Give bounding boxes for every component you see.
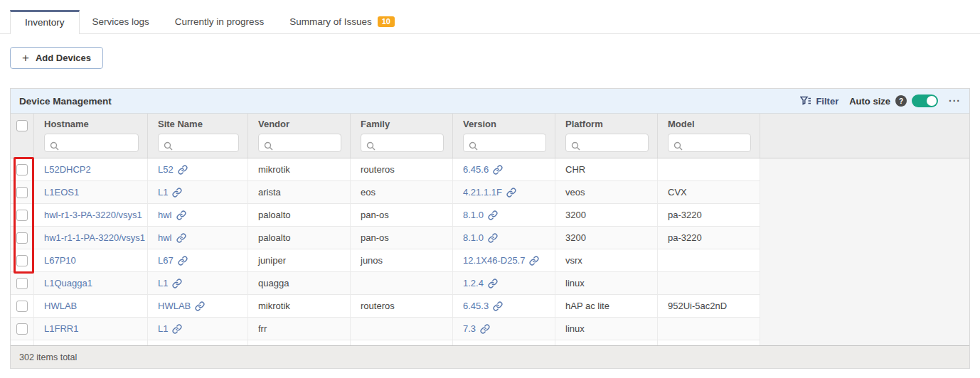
row-checkbox[interactable] [16,301,28,312]
link-icon [488,279,498,288]
version-link[interactable]: 6.45.3 [463,301,503,311]
table-row: L1FRR1 L1 frr 7.3 linux [11,318,969,340]
model-cell: 952Ui-5ac2nD [658,295,760,318]
row-checkbox[interactable] [16,187,28,198]
version-link[interactable]: 4.21.1.1F [463,187,516,198]
site-link[interactable]: L1 [158,278,182,288]
row-checkbox[interactable] [16,255,28,266]
more-menu-button[interactable]: ··· [949,95,961,107]
filter-button[interactable]: Filter [800,96,838,107]
hostname-link[interactable]: hw1-r1-1-PA-3220/vsys1 [44,232,145,243]
row-filler [760,227,969,249]
vendor-cell: quagga [248,272,351,295]
row-checkbox[interactable] [16,232,28,244]
search-icon [264,141,273,151]
site-link[interactable]: hwl [158,232,186,243]
version-link[interactable]: 8.1.0 [463,210,498,220]
search-icon [366,141,376,151]
tab-summary-of-issues[interactable]: Summary of Issues10 [277,10,408,34]
column-hostname: Hostname [34,114,148,158]
filter-label: Filter [816,96,838,107]
row-filler [760,295,969,318]
version-link[interactable]: 7.3 [463,323,490,334]
link-icon [178,256,188,266]
link-icon [488,233,498,243]
help-icon[interactable]: ? [895,95,907,107]
version-link[interactable]: 12.1X46-D25.7 [463,255,539,266]
autosize-toggle[interactable] [912,94,938,107]
family-cell: eos [351,181,453,204]
column-site-name: Site Name [148,114,248,158]
vendor-cell: juniper [248,249,351,272]
row-checkbox[interactable] [16,278,28,289]
hostname-link[interactable]: L1EOS1 [44,187,79,198]
row-checkbox[interactable] [16,210,28,221]
header-filler [760,114,969,158]
row-checkbox[interactable] [16,323,28,335]
table-row: hwl-r1-3-PA-3220/vsys1 hwl paloalto pan-… [11,204,969,227]
add-devices-button[interactable]: + Add Devices [10,47,103,69]
hostname-link[interactable]: L1Quagga1 [44,278,92,288]
site-link[interactable]: L52 [158,164,188,175]
column-version: Version [453,114,555,158]
platform-cell: vsrx [555,249,658,272]
site-link[interactable]: L67 [158,255,188,266]
platform-cell: veos [555,181,658,204]
table-row: L67P10 L67 juniper junos 12.1X46-D25.7 v… [11,249,969,272]
site-link[interactable]: L1 [158,187,182,198]
table-row: HWLAB HWLAB mikrotik routeros 6.45.3 hAP… [11,295,969,318]
site-link[interactable]: L1 [158,323,182,334]
hostname-link[interactable]: hwl-r1-3-PA-3220/vsys1 [44,210,142,220]
toggle-knob [927,96,937,106]
hostname-link[interactable]: L67P10 [44,255,76,266]
search-icon [673,141,683,151]
vendor-cell: paloalto [248,204,351,227]
link-icon [172,279,182,288]
table-footer: 302 items total [11,345,969,368]
search-icon [50,141,59,151]
hostname-link[interactable]: L52DHCP2 [44,164,91,175]
site-link[interactable]: hwl [158,210,186,220]
row-filler [760,249,969,272]
version-link[interactable]: 1.2.4 [463,278,498,288]
model-cell: CVX [658,181,760,204]
vendor-cell: mikrotik [248,295,351,318]
plus-icon: + [22,52,29,64]
panel-header: Device Management Filter Auto size ? ··· [11,89,969,114]
tab-currently-in-progress[interactable]: Currently in progress [162,10,277,34]
family-cell: routeros [351,158,453,181]
items-total-label: 302 items total [19,352,77,362]
hostname-link[interactable]: HWLAB [44,301,77,311]
version-link[interactable]: 8.1.0 [463,232,498,243]
table-header: Hostname Site Name Vendor [11,114,969,158]
column-vendor: Vendor [248,114,351,158]
panel-title: Device Management [19,96,112,107]
family-cell [351,318,453,340]
family-cell: pan-os [351,227,453,249]
family-cell [351,272,453,295]
family-cell: routeros [351,295,453,318]
site-link[interactable]: HWLAB [158,301,205,311]
table-row: L1Quagga1 L1 quagga 1.2.4 linux [11,272,969,295]
version-link[interactable]: 6.45.6 [463,164,503,175]
link-icon [506,188,516,198]
tab-summary-label: Summary of Issues [289,16,372,27]
select-all-checkbox[interactable] [16,120,28,131]
link-icon [493,301,503,311]
link-icon [178,165,188,175]
row-checkbox[interactable] [16,164,28,176]
model-cell [658,318,760,340]
row-filler [760,158,969,181]
link-icon [172,324,182,334]
vendor-cell: paloalto [248,227,351,249]
hostname-link[interactable]: L1FRR1 [44,323,78,334]
tab-services-logs[interactable]: Services logs [80,10,162,34]
search-icon [571,141,580,151]
link-icon [176,233,186,243]
device-table: Hostname Site Name Vendor [11,114,969,345]
vendor-cell: mikrotik [248,158,351,181]
table-row: L52DHCP2 L52 mikrotik routeros 6.45.6 CH… [11,158,969,181]
column-platform: Platform [555,114,658,158]
tab-inventory[interactable]: Inventory [10,10,80,34]
vendor-cell: frr [248,318,351,340]
